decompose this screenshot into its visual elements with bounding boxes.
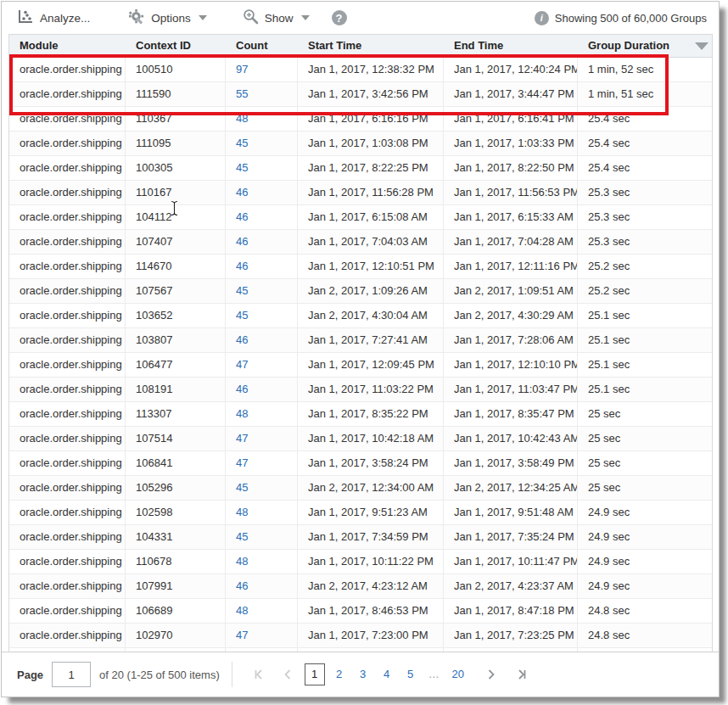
table-row[interactable]: oracle.order.shipping 102970 47 Jan 1, 2… — [9, 624, 712, 648]
cell-end-time: Jan 1, 2017, 12:11:16 PM — [444, 255, 578, 278]
cell-count-link[interactable]: 97 — [226, 58, 298, 81]
column-header-end-time[interactable]: End Time — [444, 35, 578, 57]
table-row[interactable]: oracle.order.shipping 111590 55 Jan 1, 2… — [9, 82, 712, 107]
page-number[interactable]: 3 — [354, 664, 372, 685]
info-icon: i — [535, 11, 549, 25]
cell-context-id: 104112 — [126, 205, 226, 229]
cell-count-link[interactable]: 47 — [226, 624, 298, 647]
table-row[interactable]: oracle.order.shipping 108191 46 Jan 1, 2… — [9, 378, 712, 402]
table-header: Module Context ID Count Start Time End T… — [9, 35, 712, 58]
next-page-icon[interactable] — [480, 663, 502, 685]
cell-start-time: Jan 1, 2017, 3:42:56 PM — [298, 82, 444, 106]
table-row[interactable]: oracle.order.shipping 110678 48 Jan 1, 2… — [9, 550, 712, 574]
table-row[interactable]: oracle.order.shipping 107991 46 Jan 2, 2… — [9, 574, 712, 599]
table-row[interactable]: oracle.order.shipping 105296 45 Jan 2, 2… — [9, 476, 712, 501]
table-row[interactable]: oracle.order.shipping 107407 46 Jan 1, 2… — [9, 230, 712, 255]
page-number[interactable]: 20 — [449, 664, 468, 685]
sort-descending-icon[interactable] — [695, 42, 708, 50]
cell-count-link[interactable]: 46 — [226, 181, 298, 204]
column-header-context-id[interactable]: Context ID — [126, 35, 226, 57]
cell-gutter — [692, 255, 712, 278]
cell-end-time: Jan 1, 2017, 6:15:33 AM — [444, 205, 578, 229]
page-number[interactable]: 5 — [401, 664, 420, 685]
cell-gutter — [692, 574, 712, 598]
analyze-button[interactable]: Analyze... — [17, 9, 90, 27]
status-text: Showing 500 of 60,000 Groups — [555, 12, 707, 25]
table-row[interactable]: oracle.order.shipping 107567 45 Jan 2, 2… — [9, 279, 712, 304]
table-row[interactable]: oracle.order.shipping 103807 46 Jan 1, 2… — [9, 328, 712, 353]
cell-start-time: Jan 2, 2017, 4:23:12 AM — [298, 574, 444, 598]
page-input[interactable] — [52, 662, 91, 687]
table-row[interactable]: oracle.order.shipping 104112 46 Jan 1, 2… — [9, 205, 712, 230]
table-row[interactable]: oracle.order.shipping 114670 46 Jan 1, 2… — [9, 255, 712, 279]
column-header-module[interactable]: Module — [9, 35, 126, 57]
cell-gutter — [692, 427, 712, 450]
table-row[interactable]: oracle.order.shipping 106477 47 Jan 1, 2… — [9, 353, 712, 378]
cell-gutter — [692, 181, 712, 204]
cell-count-link[interactable]: 48 — [226, 599, 298, 623]
groups-table: Module Context ID Count Start Time End T… — [8, 34, 713, 652]
table-row[interactable]: oracle.order.shipping 113307 48 Jan 1, 2… — [9, 402, 712, 427]
cell-gutter — [692, 599, 712, 623]
cell-count-link[interactable]: 46 — [226, 574, 298, 598]
table-row[interactable]: oracle.order.shipping 106841 47 Jan 1, 2… — [9, 451, 712, 476]
cell-count-link[interactable]: 47 — [226, 451, 298, 475]
column-header-count[interactable]: Count — [226, 35, 298, 57]
cell-context-id: 106841 — [126, 451, 226, 475]
page-number[interactable]: 2 — [330, 664, 349, 685]
cell-end-time: Jan 1, 2017, 9:51:48 AM — [444, 501, 578, 524]
cell-group-duration: 25.4 sec — [578, 156, 692, 180]
page-ellipsis: … — [425, 664, 444, 685]
page-number[interactable]: 4 — [378, 664, 396, 685]
cell-count-link[interactable]: 46 — [226, 230, 298, 254]
table-row[interactable]: oracle.order.shipping 102598 48 Jan 1, 2… — [9, 501, 712, 525]
cell-count-link[interactable]: 46 — [226, 255, 298, 278]
cell-count-link[interactable]: 48 — [226, 501, 298, 524]
cell-count-link[interactable]: 47 — [226, 427, 298, 450]
options-button[interactable]: Options — [129, 9, 207, 27]
column-header-start-time[interactable]: Start Time — [298, 35, 444, 57]
cell-count-link[interactable]: 46 — [226, 328, 298, 352]
table-row[interactable]: oracle.order.shipping 103652 45 Jan 2, 2… — [9, 304, 712, 328]
cell-count-link[interactable]: 48 — [226, 402, 298, 426]
cell-count-link[interactable]: 47 — [226, 353, 298, 377]
table-row[interactable]: oracle.order.shipping 106689 48 Jan 1, 2… — [9, 599, 712, 624]
cell-context-id: 111590 — [126, 82, 226, 106]
cell-count-link[interactable]: 45 — [226, 131, 298, 155]
cell-start-time: Jan 1, 2017, 10:42:18 AM — [298, 427, 444, 450]
divider — [232, 662, 232, 687]
cell-context-id: 102970 — [126, 624, 226, 647]
cell-end-time: Jan 1, 2017, 11:56:53 PM — [444, 181, 578, 204]
cell-count-link[interactable]: 48 — [226, 107, 298, 131]
table-row[interactable]: oracle.order.shipping 107514 47 Jan 1, 2… — [9, 427, 712, 451]
column-header-group-duration[interactable]: Group Duration — [578, 35, 692, 57]
help-icon[interactable]: ? — [332, 10, 347, 25]
cell-count-link[interactable]: 48 — [226, 550, 298, 574]
page-number[interactable]: 1 — [305, 663, 325, 685]
cell-count-link[interactable]: 46 — [226, 205, 298, 229]
table-row[interactable]: oracle.order.shipping 110367 48 Jan 1, 2… — [9, 107, 712, 131]
previous-page-icon[interactable] — [277, 663, 299, 685]
cell-count-link[interactable]: 46 — [226, 378, 298, 401]
cell-count-link[interactable]: 55 — [226, 82, 298, 106]
cell-module: oracle.order.shipping — [9, 156, 126, 180]
cell-count-link[interactable]: 45 — [226, 525, 298, 549]
cell-count-link[interactable]: 45 — [226, 279, 298, 303]
cell-gutter — [692, 451, 712, 475]
table-row[interactable]: oracle.order.shipping 100305 45 Jan 1, 2… — [9, 156, 712, 181]
cell-count-link[interactable]: 45 — [226, 476, 298, 500]
cell-module: oracle.order.shipping — [9, 402, 126, 426]
table-row[interactable]: oracle.order.shipping 110167 46 Jan 1, 2… — [9, 181, 712, 205]
last-page-icon[interactable] — [511, 663, 533, 685]
cell-group-duration: 25.3 sec — [578, 205, 692, 229]
cell-module: oracle.order.shipping — [9, 131, 126, 155]
cell-start-time: Jan 1, 2017, 9:51:23 AM — [298, 501, 444, 524]
table-row[interactable]: oracle.order.shipping 111095 45 Jan 1, 2… — [9, 131, 712, 156]
table-row[interactable]: oracle.order.shipping 104331 45 Jan 1, 2… — [9, 525, 712, 550]
cell-start-time: Jan 1, 2017, 12:09:45 PM — [298, 353, 444, 377]
cell-count-link[interactable]: 45 — [226, 304, 298, 327]
table-row[interactable]: oracle.order.shipping 100510 97 Jan 1, 2… — [9, 58, 712, 82]
show-button[interactable]: Show — [243, 8, 310, 27]
cell-count-link[interactable]: 45 — [226, 156, 298, 180]
first-page-icon[interactable] — [248, 663, 270, 685]
